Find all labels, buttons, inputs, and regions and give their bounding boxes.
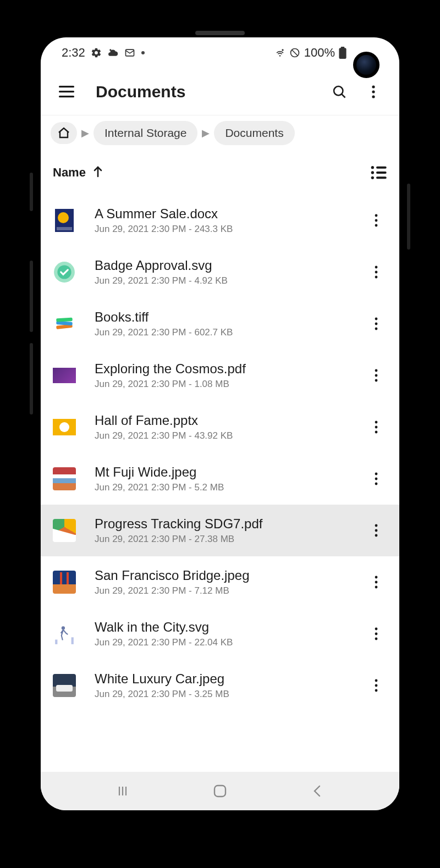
app-bar: Documents <box>41 68 399 115</box>
sort-ascending-icon[interactable] <box>92 165 103 180</box>
svg-point-55 <box>375 628 378 631</box>
file-list: A Summer Sale.docxJun 29, 2021 2:30 PM -… <box>41 195 399 772</box>
file-meta: Jun 29, 2021 2:30 PM - 22.04 KB <box>95 637 365 648</box>
svg-rect-5 <box>339 48 346 59</box>
svg-point-57 <box>375 638 378 640</box>
svg-point-60 <box>375 689 378 692</box>
front-camera <box>353 52 380 78</box>
view-toggle-button[interactable] <box>370 164 387 181</box>
file-row[interactable]: Walk in the City.svgJun 29, 2021 2:30 PM… <box>41 608 399 660</box>
svg-rect-6 <box>341 47 345 48</box>
file-row[interactable]: Exploring the Cosmos.pdfJun 29, 2021 2:3… <box>41 350 399 401</box>
system-nav-bar <box>41 772 399 810</box>
file-more-button[interactable] <box>365 416 387 438</box>
file-meta: Jun 29, 2021 2:30 PM - 3.25 MB <box>95 689 365 700</box>
file-meta: Jun 29, 2021 2:30 PM - 7.12 MB <box>95 585 365 596</box>
breadcrumb-documents[interactable]: Documents <box>214 121 294 145</box>
file-row[interactable]: Progress Tracking SDG7.pdfJun 29, 2021 2… <box>41 505 399 556</box>
svg-point-59 <box>375 684 378 687</box>
file-more-button[interactable] <box>365 675 387 696</box>
recents-button[interactable] <box>112 780 134 802</box>
svg-point-33 <box>375 318 378 320</box>
more-options-button[interactable] <box>361 79 386 104</box>
svg-rect-21 <box>376 176 387 179</box>
breadcrumb-home[interactable] <box>51 122 77 144</box>
file-more-button[interactable] <box>365 209 387 231</box>
file-name: A Summer Sale.docx <box>95 206 365 222</box>
file-row[interactable]: Books.tiffJun 29, 2021 2:30 PM - 602.7 K… <box>41 298 399 350</box>
file-more-button[interactable] <box>365 519 387 541</box>
home-button[interactable] <box>209 780 231 802</box>
svg-point-56 <box>375 633 378 635</box>
file-meta: Jun 29, 2021 2:30 PM - 243.3 KB <box>95 224 365 235</box>
file-name: Walk in the City.svg <box>95 620 365 635</box>
svg-rect-19 <box>376 172 387 174</box>
file-more-button[interactable] <box>365 623 387 645</box>
file-name: Badge Approval.svg <box>95 258 365 273</box>
file-more-button[interactable] <box>365 313 387 335</box>
svg-point-38 <box>375 379 378 382</box>
svg-point-41 <box>375 431 378 434</box>
file-thumbnail <box>53 519 76 542</box>
svg-point-20 <box>371 176 374 179</box>
file-thumbnail <box>53 571 76 594</box>
file-thumbnail <box>53 467 76 490</box>
sort-bar: Name <box>41 151 399 195</box>
file-more-button[interactable] <box>365 571 387 593</box>
breadcrumb: ▶ Internal Storage ▶ Documents <box>41 115 399 151</box>
file-meta: Jun 29, 2021 2:30 PM - 43.92 KB <box>95 430 365 441</box>
file-meta: Jun 29, 2021 2:30 PM - 27.38 MB <box>95 534 365 545</box>
svg-point-0 <box>109 49 111 51</box>
file-name: White Luxury Car.jpeg <box>95 671 365 687</box>
svg-point-35 <box>375 328 378 330</box>
svg-line-4 <box>292 50 298 56</box>
file-name: Hall of Fame.pptx <box>95 413 365 428</box>
file-row[interactable]: A Summer Sale.docxJun 29, 2021 2:30 PM -… <box>41 195 399 246</box>
more-notifications-icon <box>141 51 145 54</box>
svg-point-34 <box>375 323 378 325</box>
svg-point-45 <box>375 524 378 527</box>
file-more-button[interactable] <box>365 468 387 490</box>
svg-rect-54 <box>72 637 74 644</box>
file-name: Progress Tracking SDG7.pdf <box>95 516 365 532</box>
svg-point-43 <box>375 478 378 480</box>
svg-point-18 <box>371 171 374 174</box>
status-bar: 2:32 100% <box>41 37 399 68</box>
svg-point-50 <box>375 586 378 589</box>
file-thumbnail <box>53 209 76 232</box>
svg-point-37 <box>375 374 378 377</box>
search-button[interactable] <box>327 79 352 104</box>
svg-rect-32 <box>56 318 73 322</box>
file-meta: Jun 29, 2021 2:30 PM - 4.92 KB <box>95 275 365 286</box>
file-row[interactable]: Hall of Fame.pptxJun 29, 2021 2:30 PM - … <box>41 401 399 453</box>
wifi-icon <box>274 47 285 58</box>
svg-point-47 <box>375 534 378 537</box>
svg-point-58 <box>375 679 378 682</box>
svg-point-24 <box>375 224 378 227</box>
file-thumbnail <box>53 364 76 387</box>
gmail-icon <box>124 47 136 58</box>
breadcrumb-internal-storage[interactable]: Internal Storage <box>94 121 197 145</box>
file-row[interactable]: San Francisco Bridge.jpegJun 29, 2021 2:… <box>41 556 399 608</box>
file-more-button[interactable] <box>365 261 387 283</box>
file-row[interactable]: White Luxury Car.jpegJun 29, 2021 2:30 P… <box>41 660 399 711</box>
back-button[interactable] <box>306 780 328 802</box>
svg-point-16 <box>371 166 374 169</box>
file-row[interactable]: Badge Approval.svgJun 29, 2021 2:30 PM -… <box>41 246 399 298</box>
svg-point-42 <box>375 473 378 476</box>
file-name: Exploring the Cosmos.pdf <box>95 361 365 377</box>
file-row[interactable]: Mt Fuji Wide.jpegJun 29, 2021 2:30 PM - … <box>41 453 399 505</box>
svg-point-48 <box>375 576 378 579</box>
file-meta: Jun 29, 2021 2:30 PM - 602.7 KB <box>95 327 365 338</box>
file-thumbnail <box>53 674 76 697</box>
file-more-button[interactable] <box>365 364 387 386</box>
file-thumbnail <box>53 416 76 439</box>
svg-point-23 <box>375 219 378 222</box>
svg-point-22 <box>375 214 378 217</box>
status-time: 2:32 <box>62 46 85 60</box>
sort-label[interactable]: Name <box>53 165 86 180</box>
menu-button[interactable] <box>54 79 79 104</box>
svg-rect-53 <box>55 640 57 644</box>
svg-point-44 <box>375 483 378 485</box>
svg-point-27 <box>375 266 378 269</box>
